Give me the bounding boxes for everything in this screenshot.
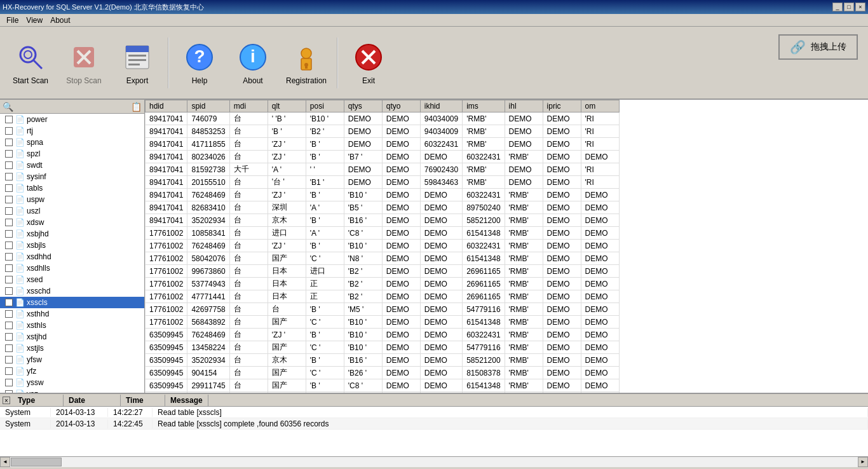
minimize-button[interactable]: _ [832,3,843,11]
table-row[interactable]: 1776100247771441台日本正'B2 'DEMODEMO2696116… [146,290,620,303]
tree-item-xsschd[interactable]: 📄 xsschd [0,285,144,297]
tree-item-xsed[interactable]: 📄 xsed [0,274,144,285]
menu-file[interactable]: File [3,15,22,26]
tree-item-yfsw[interactable]: 📄 yfsw [0,354,144,365]
table-row[interactable]: 6350994535202934台京木'B ''B16 'DEMODEMO585… [146,354,620,367]
tree-item-checkbox[interactable] [5,299,13,306]
tree-item-xsdhlls[interactable]: 📄 xsdhlls [0,262,144,274]
table-row[interactable]: 8941704135202934台京木'B ''B16 'DEMODEMO585… [146,214,620,227]
tree-item-checkbox[interactable] [5,196,13,203]
tree-item-checkbox[interactable] [5,184,13,192]
table-row[interactable]: 6350994529911745台国产'B ''C8 'DEMODEMO6154… [146,379,620,392]
log-cell-type: System [0,408,51,417]
tree-item-checkbox[interactable] [5,116,13,123]
menu-about[interactable]: About [46,15,74,26]
table-row[interactable]: 6350994513458224台国产'C ''B10 'DEMODEMO547… [146,341,620,354]
table-row[interactable]: 6350994576248469台'ZJ ''B ''B10 'DEMODEMO… [146,329,620,341]
stop-scan-button[interactable]: Stop Scan [58,31,109,95]
table-cell: 80234026 [187,151,229,163]
export-button[interactable]: Export [112,31,163,95]
table-row[interactable]: 63509945904154台国产'C ''B26 'DEMODEMO81508… [146,367,620,379]
log-close-button[interactable]: × [3,397,10,404]
tree-item-checkbox[interactable] [5,264,13,272]
tree-body[interactable]: 📄 power 📄 rtj 📄 spna 📄 spzl 📄 swdt 📄 sys… [0,114,144,393]
table-row[interactable]: 1776100253774943台日本正'B2 'DEMODEMO2696116… [146,278,620,290]
tree-item-checkbox[interactable] [5,287,13,295]
tree-item-checkbox[interactable] [5,344,13,352]
table-row[interactable]: 8941704182683410台深圳'A ''B5 'DEMODEMO8975… [146,201,620,214]
tree-item-xstjls[interactable]: 📄 xstjls [0,343,144,354]
tree-item-rtj[interactable]: 📄 rtj [0,125,144,137]
table-cell: 76248469 [187,329,229,341]
tree-item-checkbox[interactable] [5,356,13,364]
tree-item-checkbox[interactable] [5,219,13,226]
tree-item-checkbox[interactable] [5,230,13,238]
tree-item-spna[interactable]: 📄 spna [0,137,144,148]
tree-item-checkbox[interactable] [5,322,13,329]
tree-item-checkbox[interactable] [5,276,13,283]
tree-item-checkbox[interactable] [5,161,13,169]
table-row[interactable]: 1776100258042076台国产'C ''N8 'DEMODEMO6154… [146,252,620,265]
tree-item-checkbox[interactable] [5,173,13,180]
tree-item-xsthls[interactable]: 📄 xsthls [0,320,144,331]
folder-icon: 📄 [15,218,25,227]
table-row[interactable]: 1776100210858341台进口'A ''C8 'DEMODEMO6154… [146,227,620,240]
table-row[interactable]: 1776100242697758台台'B ''M5 'DEMODEMO54779… [146,303,620,316]
table-row[interactable]: 1776100299673860台日本进口'B2 'DEMODEMO269611… [146,265,620,278]
tree-item-checkbox[interactable] [5,139,13,146]
table-row[interactable]: 8941704176248469台'ZJ ''B ''B10 'DEMODEMO… [146,189,620,201]
table-row[interactable]: 89417041746079台' 'B ''B10 'DEMODEMO94034… [146,112,620,125]
tree-item-tabls[interactable]: 📄 tabls [0,182,144,194]
tree-item-checkbox[interactable] [5,379,13,386]
table-row[interactable]: 8941704180234026台'ZJ ''B ''B7 'DEMODEMO6… [146,151,620,163]
tree-item-xsbjls[interactable]: 📄 xsbjls [0,240,144,251]
help-button[interactable]: ? Help [174,31,225,95]
about-button[interactable]: i About [227,31,278,95]
tree-item-checkbox[interactable] [5,127,13,135]
tree-item-power[interactable]: 📄 power [0,114,144,125]
tree-item-checkbox[interactable] [5,241,13,249]
tree-item-uszl[interactable]: 📄 uszl [0,205,144,217]
table-row[interactable]: 1776100256843892台国产'C ''B10 'DEMODEMO615… [146,316,620,329]
tree-item-checkbox[interactable] [5,333,13,341]
registration-button[interactable]: Registration [281,31,332,95]
data-grid[interactable]: hdidspidmdiqltposiqtysqtyoikhidimsihlipr… [145,100,868,393]
table-row[interactable]: 8941704181592738大千'A '' 'DEMODEMO7690243… [146,163,620,176]
tree-item-uspw[interactable]: 📄 uspw [0,194,144,205]
tree-item-sysinf[interactable]: 📄 sysinf [0,171,144,182]
table-row[interactable]: 8941704120155510台'台 ''B1 'DEMODEMO598434… [146,176,620,189]
maximize-button[interactable]: □ [844,3,854,11]
table-cell: 63509945 [146,379,187,392]
tree-item-xsbjhd[interactable]: 📄 xsbjhd [0,228,144,240]
exit-button[interactable]: Exit [343,31,394,95]
h-scrollbar[interactable]: ◄ ► [0,456,868,466]
start-scan-button[interactable]: Start Scan [5,31,56,95]
upload-button[interactable]: 🔗 拖拽上传 [778,34,858,60]
tree-item-ysz[interactable]: 📄 ysz [0,388,144,393]
tree-item-checkbox[interactable] [5,367,13,375]
tree-item-xsthhd[interactable]: 📄 xsthhd [0,308,144,320]
table-row[interactable]: 8941704184853253台'B ''B2 'DEMODEMO940340… [146,125,620,138]
tree-item-checkbox[interactable] [5,253,13,261]
menu-view[interactable]: View [22,15,46,26]
tree-item-yfz[interactable]: 📄 yfz [0,365,144,377]
tree-item-checkbox[interactable] [5,150,13,158]
table-cell: 63509945 [146,354,187,367]
tree-item-xdsw[interactable]: 📄 xdsw [0,217,144,228]
h-scroll-left[interactable]: ◄ [0,457,10,467]
tree-item-yssw[interactable]: 📄 yssw [0,377,144,388]
tree-item-xstjhd[interactable]: 📄 xstjhd [0,331,144,343]
h-scroll-right[interactable]: ► [858,457,868,467]
table-row[interactable]: 8941704141711855台'ZJ ''B 'DEMODEMO603224… [146,138,620,151]
tree-item-checkbox[interactable] [5,207,13,215]
tree-item-swdt[interactable]: 📄 swdt [0,160,144,171]
table-cell: DEMO [543,252,581,265]
h-scroll-thumb[interactable] [11,458,62,466]
table-row[interactable]: 1776100276248469台'ZJ ''B ''B10 'DEMODEMO… [146,240,620,252]
tree-item-spzl[interactable]: 📄 spzl [0,148,144,160]
tree-item-checkbox[interactable] [5,310,13,318]
tree-item-xsscls[interactable]: 📄 xsscls [0,297,144,308]
close-button[interactable]: × [855,3,865,11]
help-icon: ? [183,41,216,74]
tree-item-xsdhhd[interactable]: 📄 xsdhhd [0,251,144,262]
